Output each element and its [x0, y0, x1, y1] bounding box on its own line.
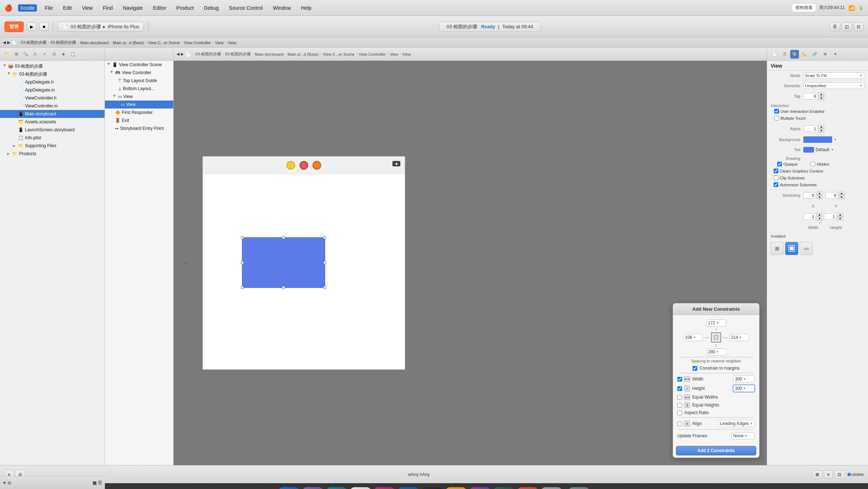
canvas-forward[interactable]: ▶: [181, 52, 184, 56]
aspect-ratio-checkbox[interactable]: [677, 411, 682, 415]
nav-report-icon[interactable]: 📋: [69, 50, 77, 58]
phone-top-right-btn[interactable]: ■: [392, 161, 400, 166]
width-size-class[interactable]: wAny: [408, 472, 418, 477]
menubar-debug[interactable]: Debug: [202, 4, 221, 12]
ib-vc[interactable]: ▶ 🎮 View Controller: [105, 69, 173, 77]
size-width-decrement[interactable]: ▼: [817, 217, 822, 221]
tree-item-group[interactable]: ▶ 📁 03-检图的步骤: [0, 70, 105, 78]
tree-viewcontroller-m[interactable]: 📄 ViewController.m: [0, 102, 105, 110]
alpha-decrement[interactable]: ▼: [818, 129, 824, 133]
tree-appdelegate-m[interactable]: 📄 AppDelegate.m: [0, 86, 105, 94]
stop-button[interactable]: ■: [39, 22, 48, 31]
inspector-semantic-select[interactable]: Unspecified ▼: [803, 82, 864, 89]
stretch-y-input[interactable]: [825, 192, 838, 199]
tree-appdelegate-h[interactable]: 📄 AppDelegate.h: [0, 78, 105, 86]
handle-bm[interactable]: [282, 286, 285, 289]
size-height-decrement[interactable]: ▼: [837, 217, 843, 221]
dock-launchpad[interactable]: 🚀: [302, 487, 323, 489]
handle-tm[interactable]: [282, 236, 285, 239]
inspector-toggle[interactable]: ⊡: [854, 22, 864, 31]
menubar-editor[interactable]: Editor: [151, 4, 169, 12]
height-size-class[interactable]: hAny: [420, 472, 430, 477]
bc-storyboard[interactable]: Main.storyboard: [80, 41, 109, 45]
bc-base[interactable]: Main.st...d (Base): [113, 41, 144, 45]
clears-graphics-checkbox[interactable]: [774, 169, 778, 173]
dock-trash[interactable]: 🗑️: [569, 487, 590, 489]
dock-colorui[interactable]: 🎨: [517, 487, 538, 489]
top-constraint-input[interactable]: 172 ▼: [706, 319, 726, 327]
bc-project[interactable]: 03-检图的步骤: [21, 40, 46, 45]
equal-heights-checkbox[interactable]: [677, 403, 682, 408]
menubar-help[interactable]: Help: [299, 4, 314, 12]
scheme-selector[interactable]: 📄 03-检图的步骤 ▸ iPhone 6s Plus: [58, 22, 144, 32]
menubar-edit[interactable]: Edit: [61, 4, 74, 12]
tag-decrement[interactable]: ▼: [818, 96, 824, 100]
bc-scene[interactable]: View C...er Scene: [148, 41, 180, 45]
nav-back[interactable]: ◀: [3, 40, 6, 45]
left-constraint-input[interactable]: 106 ▼: [683, 334, 703, 341]
size-width-increment[interactable]: ▲: [817, 213, 822, 217]
inspector-tab-file[interactable]: 📄: [770, 50, 779, 59]
equal-widths-checkbox[interactable]: [677, 395, 682, 400]
canvas-bc-base[interactable]: Main.st...d (Base): [288, 52, 319, 56]
tint-color-swatch[interactable]: [803, 147, 814, 153]
tree-supporting-files[interactable]: ▶ 📁 Supporting Files: [0, 142, 105, 150]
opaque-checkbox[interactable]: [777, 162, 782, 166]
nav-folder-icon[interactable]: 📁: [3, 50, 11, 58]
height-value-input[interactable]: 300 ▼: [733, 385, 755, 392]
run-button[interactable]: ▶: [27, 22, 37, 31]
nav-warning-icon[interactable]: ⚠: [31, 50, 39, 58]
ib-first-responder[interactable]: 🔶 First Responder: [105, 109, 173, 116]
dock-terminal[interactable]: >_: [422, 487, 443, 489]
nav-breakpoint-icon[interactable]: ◈: [59, 50, 67, 58]
autoresize-checkbox[interactable]: [774, 182, 778, 187]
tree-assets[interactable]: 🗂️ Assets.xcassets: [0, 118, 105, 126]
canvas-back[interactable]: ◀: [176, 52, 179, 56]
inspector-tab-quick[interactable]: ⏱: [780, 50, 789, 59]
nav-search-icon[interactable]: 🔍: [22, 50, 30, 58]
bc-group[interactable]: 03-检图的步骤: [51, 40, 76, 45]
ib-exit[interactable]: 🚪 Exit: [105, 116, 173, 124]
nav-vcs-icon[interactable]: ⊞: [12, 50, 20, 58]
background-color-swatch[interactable]: [803, 136, 832, 143]
dock-mouse[interactable]: 🖱️: [350, 487, 371, 489]
nav-home[interactable]: 📄: [12, 40, 17, 45]
dock-system-prefs[interactable]: ⚙️: [541, 487, 562, 489]
dock-itunes[interactable]: 🎵: [374, 487, 395, 489]
stretch-y-decrement[interactable]: ▼: [839, 195, 844, 199]
handle-tl[interactable]: [241, 236, 244, 239]
width-value-input[interactable]: 300 ▼: [733, 375, 755, 383]
tree-launch-storyboard[interactable]: 📱 LaunchScreen.storyboard: [0, 126, 105, 134]
ib-storyboard-entry[interactable]: ↦ Storyboard Entry Point: [105, 124, 173, 132]
bc-controller[interactable]: View Controller: [184, 41, 211, 45]
dock-pp[interactable]: 📱: [469, 487, 490, 489]
right-constraint-input[interactable]: 214 ▼: [729, 334, 749, 341]
inspector-alpha-input[interactable]: [803, 126, 818, 132]
list-view-btn[interactable]: ≡: [824, 470, 833, 479]
add-constraints-button[interactable]: Add 2 Constraints: [676, 446, 756, 455]
bc-view1[interactable]: View: [215, 41, 224, 45]
ib-view-child[interactable]: ▭ View: [105, 101, 173, 109]
ib-vc-scene[interactable]: ▶ 📱 View Controller Scene: [105, 61, 173, 69]
constrain-margins-checkbox[interactable]: [693, 366, 697, 371]
align-value-select[interactable]: Leading Edges ▼: [718, 420, 755, 427]
ib-top-layout[interactable]: ⊤ Top Layout Guide: [105, 77, 173, 85]
stretch-x-input[interactable]: [803, 192, 816, 199]
stretch-x-decrement[interactable]: ▼: [817, 195, 822, 199]
menubar-source-control[interactable]: Source Control: [227, 4, 265, 12]
inspector-tab-bindings[interactable]: ⊕: [821, 50, 829, 59]
inspector-mode-select[interactable]: Scale To Fill ▼: [803, 72, 864, 79]
debug-toggle[interactable]: ◫: [842, 22, 852, 31]
tree-products[interactable]: ▶ 📁 Products: [0, 150, 105, 158]
dock-finder[interactable]: 🔵: [278, 487, 299, 489]
inspector-tab-size[interactable]: 📐: [800, 50, 809, 59]
tree-main-storyboard[interactable]: 📱 Main.storyboard: [0, 110, 105, 118]
width-checkbox[interactable]: [677, 377, 682, 382]
inspector-tab-attributes[interactable]: 🎨: [790, 50, 799, 59]
handle-br[interactable]: [323, 286, 326, 289]
size-height-input[interactable]: [824, 213, 837, 220]
nav-debug-icon[interactable]: ⊡: [50, 50, 58, 58]
alpha-increment[interactable]: ▲: [818, 125, 824, 129]
dock-bbedit[interactable]: 🖊️: [493, 487, 514, 489]
align-right-btn[interactable]: ▭: [800, 242, 813, 255]
